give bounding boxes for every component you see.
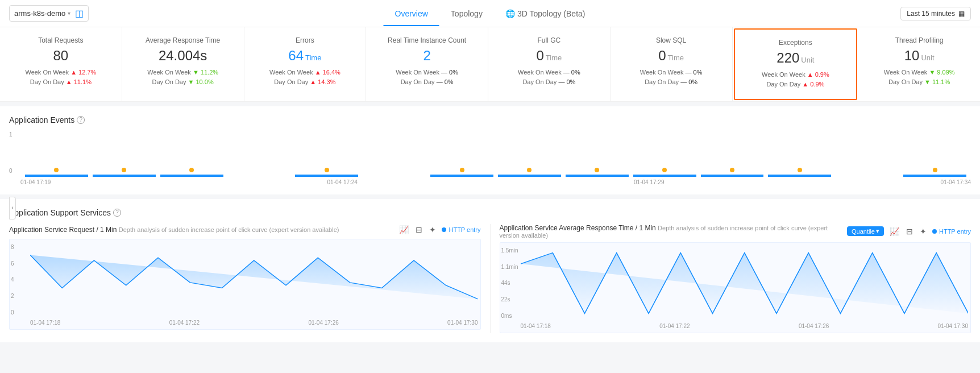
- event-bar-wrap: [228, 170, 291, 177]
- event-bar: [633, 175, 696, 177]
- metric-card-real-time-instance[interactable]: Real Time Instance Count 2 Week On Week …: [366, 27, 488, 101]
- event-bar-wrap: [768, 168, 831, 177]
- left-chart-title: Application Service Request / 1 Min: [9, 226, 117, 234]
- metric-stats: Week On Week ▲ 16.4% Day On Day ▲ 14.3%: [251, 68, 359, 88]
- event-dot: [189, 168, 194, 172]
- app-selector[interactable]: arms-k8s-demo ▾ ◫: [9, 5, 89, 22]
- metric-title: Average Response Time: [129, 36, 237, 44]
- event-bar-wrap: [836, 170, 899, 177]
- metric-card-exceptions[interactable]: Exceptions 220Unit Week On Week ▲ 0.9% D…: [734, 28, 858, 100]
- app-header: arms-k8s-demo ▾ ◫ Overview Topology 🌐 3D…: [0, 0, 980, 27]
- tab-overview[interactable]: Overview: [384, 1, 439, 26]
- right-chart-legend: HTTP entry: [932, 228, 971, 235]
- event-dot: [460, 168, 464, 172]
- right-line-chart: 1.5min 1.1min 44s 22s 0ms: [500, 242, 971, 333]
- event-dot: [527, 168, 531, 172]
- metric-title: Thread Profiling: [865, 36, 973, 44]
- support-charts: Application Service Request / 1 Min Dept…: [9, 224, 971, 333]
- legend-dot-icon: [442, 227, 446, 232]
- left-chart-svg: [30, 244, 478, 316]
- event-bar-wrap: [566, 168, 629, 177]
- event-bar: [430, 175, 493, 177]
- right-chart-svg: [521, 247, 969, 319]
- metric-value: 80: [7, 48, 115, 64]
- right-chart-controls: Quantile ▾ 📈 ⊟ ✦ HTTP entry: [847, 226, 971, 237]
- metric-title: Errors: [251, 36, 359, 44]
- application-events-section: Application Events ? 1 0 01-04 17:19 01-…: [0, 106, 980, 194]
- help-icon[interactable]: ?: [77, 116, 85, 124]
- metric-stats: Week On Week ▲ 12.7% Day On Day ▲ 11.1%: [7, 68, 115, 88]
- event-bar: [93, 175, 156, 177]
- left-line-chart: 8 6 4 2 0 01-04 17:18: [9, 239, 481, 330]
- metric-stats: Week On Week ▼ 11.2% Day On Day ▼ 10.0%: [129, 68, 237, 88]
- metric-card-errors[interactable]: Errors 64Time Week On Week ▲ 16.4% Day O…: [244, 27, 367, 101]
- metric-stats: Week On Week — 0% Day On Day — 0%: [617, 68, 725, 88]
- event-dot: [730, 168, 734, 172]
- line-chart-icon[interactable]: 📈: [398, 224, 410, 235]
- right-line-chart-icon[interactable]: 📈: [888, 226, 900, 237]
- metric-value: 10Unit: [865, 48, 973, 64]
- right-more-icon[interactable]: ✦: [919, 226, 928, 237]
- tab-3d-topology[interactable]: 🌐 3D Topology (Beta): [494, 1, 597, 26]
- globe-icon: 🌐: [505, 9, 515, 18]
- event-dot: [933, 168, 937, 172]
- nav-tabs: Overview Topology 🌐 3D Topology (Beta): [384, 1, 597, 26]
- metric-stats: Week On Week ▼ 9.09% Day On Day ▼ 11.1%: [865, 68, 973, 88]
- left-chart-legend: HTTP entry: [442, 226, 480, 233]
- metric-stats: Week On Week — 0% Day On Day — 0%: [495, 68, 603, 88]
- event-bar-wrap: [701, 168, 764, 177]
- event-bar: [498, 175, 561, 177]
- application-support-title: Application Support Services ?: [9, 208, 971, 217]
- event-bar: [768, 175, 831, 177]
- metric-card-thread-profiling[interactable]: Thread Profiling 10Unit Week On Week ▼ 9…: [858, 27, 980, 101]
- app-selector-text: arms-k8s-demo: [14, 9, 65, 18]
- application-support-section: ‹ Application Support Services ? Applica…: [0, 199, 980, 342]
- event-dot: [595, 168, 599, 172]
- metric-card-full-gc[interactable]: Full GC 0Time Week On Week — 0% Day On D…: [488, 27, 611, 101]
- event-bar-wrap: [25, 168, 88, 177]
- metric-title: Slow SQL: [617, 36, 725, 44]
- event-bar-wrap: [295, 168, 358, 177]
- metric-card-total-requests[interactable]: Total Requests 80 Week On Week ▲ 12.7% D…: [0, 27, 122, 101]
- right-chart-title: Application Service Average Response Tim…: [500, 224, 656, 232]
- event-bar-wrap: [633, 168, 696, 177]
- metric-title: Real Time Instance Count: [373, 36, 481, 44]
- metric-value: 0Time: [617, 48, 725, 64]
- event-bar-wrap: [430, 168, 493, 177]
- dropdown-arrow-icon: ▾: [68, 10, 70, 16]
- chevron-down-icon: ▾: [876, 227, 879, 235]
- right-chart-subtitle: Depth analysis of sudden increase point …: [658, 225, 828, 231]
- event-bar-wrap: [93, 168, 156, 177]
- metric-value: 64Time: [251, 48, 359, 64]
- more-icon[interactable]: ✦: [428, 224, 437, 235]
- right-area-chart-icon[interactable]: ⊟: [905, 226, 914, 237]
- event-dot: [798, 168, 802, 172]
- event-dot: [122, 168, 126, 172]
- right-legend-dot-icon: [932, 229, 937, 234]
- event-bar: [160, 175, 223, 177]
- left-y-labels: 8 6 4 2 0: [11, 244, 14, 316]
- left-chart-header: Application Service Request / 1 Min Dept…: [9, 224, 481, 235]
- metric-value: 2: [373, 48, 481, 64]
- quantile-button[interactable]: Quantile ▾: [847, 226, 884, 236]
- sidebar-collapse-arrow[interactable]: ‹: [9, 197, 16, 219]
- tab-topology[interactable]: Topology: [439, 1, 494, 26]
- support-help-icon[interactable]: ?: [113, 209, 121, 217]
- metric-value: 24.004s: [129, 48, 237, 64]
- metric-title: Exceptions: [742, 39, 850, 47]
- metric-value: 220Unit: [742, 50, 850, 67]
- left-x-labels: 01-04 17:18 01-04 17:22 01-04 17:26 01-0…: [30, 320, 478, 326]
- left-chart-line: [30, 255, 478, 299]
- metric-card-slow-sql[interactable]: Slow SQL 0Time Week On Week — 0% Day On …: [611, 27, 733, 101]
- right-chart-container: Application Service Average Response Tim…: [491, 224, 971, 333]
- events-y-axis: 1 0: [9, 131, 13, 174]
- event-dot: [325, 168, 329, 172]
- app-icon: ◫: [75, 8, 84, 19]
- area-chart-icon[interactable]: ⊟: [414, 224, 423, 235]
- time-selector[interactable]: Last 15 minutes ▦: [900, 7, 971, 20]
- metric-card-avg-response-time[interactable]: Average Response Time 24.004s Week On We…: [122, 27, 244, 101]
- metrics-row: Total Requests 80 Week On Week ▲ 12.7% D…: [0, 27, 980, 102]
- events-bars: [20, 131, 971, 177]
- event-bar: [701, 175, 764, 177]
- metric-stats: Week On Week ▲ 0.9% Day On Day ▲ 0.9%: [742, 70, 850, 90]
